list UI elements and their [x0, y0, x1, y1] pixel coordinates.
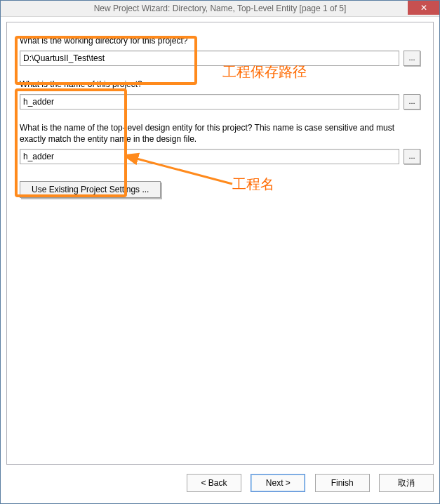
- row-project-name: ...: [20, 94, 420, 110]
- back-button[interactable]: < Back: [187, 474, 241, 492]
- label-project-name: What is the name of this project?: [20, 79, 420, 90]
- row-top-level-entity: ...: [20, 149, 420, 164]
- browse-working-directory-button[interactable]: ...: [404, 51, 420, 66]
- finish-button[interactable]: Finish: [315, 474, 370, 492]
- browse-top-level-entity-button[interactable]: ...: [404, 149, 420, 164]
- close-icon: ✕: [420, 3, 427, 13]
- titlebar: New Project Wizard: Directory, Name, Top…: [1, 1, 439, 17]
- use-existing-settings-button[interactable]: Use Existing Project Settings ...: [20, 181, 161, 198]
- wizard-page: What is the working directory for this p…: [6, 22, 434, 465]
- label-working-directory: What is the working directory for this p…: [20, 35, 420, 46]
- input-project-name[interactable]: [20, 94, 399, 110]
- wizard-window: New Project Wizard: Directory, Name, Top…: [0, 0, 440, 504]
- close-button[interactable]: ✕: [408, 1, 439, 15]
- row-working-directory: ...: [20, 51, 420, 66]
- browse-project-name-button[interactable]: ...: [404, 94, 420, 110]
- cancel-button[interactable]: 取消: [379, 474, 434, 492]
- wizard-footer: < Back Next > Finish 取消: [6, 474, 434, 495]
- next-button[interactable]: Next >: [251, 474, 305, 492]
- input-working-directory[interactable]: [20, 51, 399, 66]
- input-top-level-entity[interactable]: [20, 149, 399, 164]
- label-top-level-entity: What is the name of the top-level design…: [20, 122, 420, 145]
- window-title: New Project Wizard: Directory, Name, Top…: [1, 1, 439, 16]
